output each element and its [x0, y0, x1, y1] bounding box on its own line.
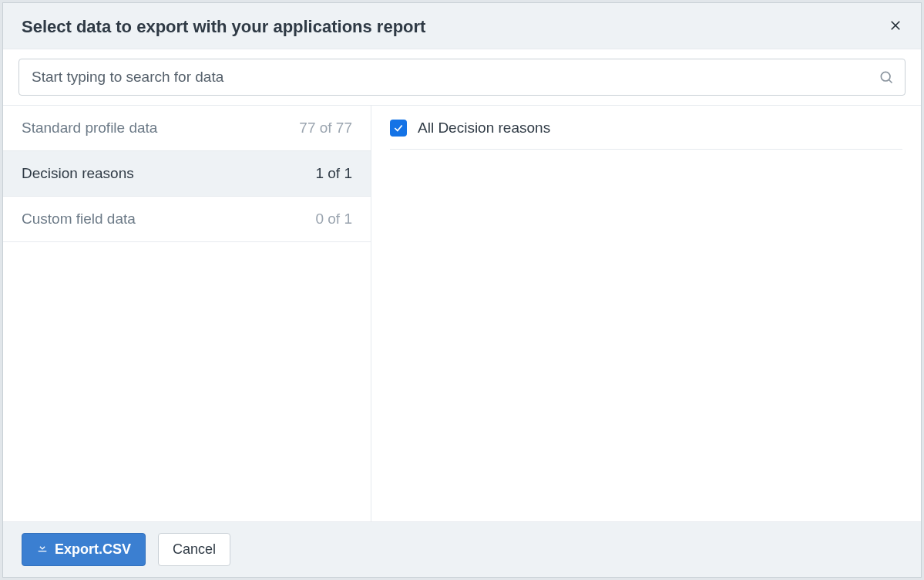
svg-point-2	[881, 72, 890, 81]
sidebar-item-standard-profile[interactable]: Standard profile data 77 of 77	[3, 106, 371, 151]
detail-panel: All Decision reasons	[371, 106, 921, 521]
export-csv-button[interactable]: Export.CSV	[22, 533, 146, 566]
sidebar-item-decision-reasons[interactable]: Decision reasons 1 of 1	[3, 151, 371, 197]
close-icon	[889, 19, 902, 35]
checkbox-checked-icon[interactable]	[390, 120, 407, 137]
search-icon	[879, 69, 905, 85]
sidebar-item-label: Decision reasons	[22, 165, 134, 182]
cancel-button-label: Cancel	[173, 541, 216, 558]
sidebar-item-label: Custom field data	[22, 211, 136, 228]
sidebar-item-custom-field[interactable]: Custom field data 0 of 1	[3, 197, 371, 242]
category-sidebar: Standard profile data 77 of 77 Decision …	[3, 106, 371, 521]
select-all-row[interactable]: All Decision reasons	[390, 120, 902, 150]
sidebar-item-label: Standard profile data	[22, 120, 157, 137]
dialog-header: Select data to export with your applicat…	[3, 3, 921, 49]
search-input[interactable]	[19, 61, 879, 93]
sidebar-item-count: 0 of 1	[315, 211, 352, 228]
select-all-label: All Decision reasons	[418, 120, 550, 137]
sidebar-item-count: 1 of 1	[315, 165, 352, 182]
download-icon	[36, 541, 49, 558]
dialog-title: Select data to export with your applicat…	[22, 17, 425, 37]
export-button-label: Export.CSV	[55, 541, 131, 558]
search-bar	[3, 49, 921, 96]
dialog-footer: Export.CSV Cancel	[3, 521, 921, 577]
sidebar-item-count: 77 of 77	[299, 120, 352, 137]
export-dialog: Select data to export with your applicat…	[2, 2, 922, 578]
svg-line-3	[889, 80, 892, 83]
close-button[interactable]	[884, 15, 907, 38]
dialog-body: Standard profile data 77 of 77 Decision …	[3, 105, 921, 521]
cancel-button[interactable]: Cancel	[158, 533, 230, 566]
search-field[interactable]	[18, 59, 906, 96]
